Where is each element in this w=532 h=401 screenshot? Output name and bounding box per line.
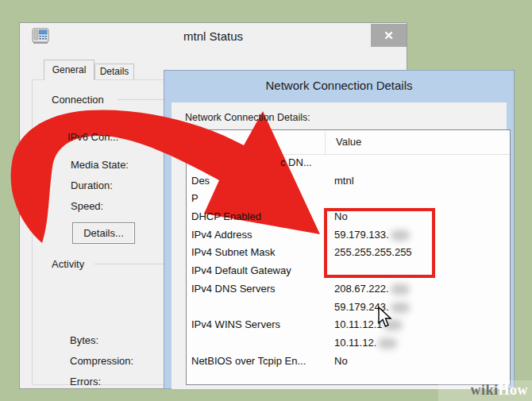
arrow-shape: [11, 110, 320, 243]
tab-general[interactable]: General: [44, 60, 94, 80]
